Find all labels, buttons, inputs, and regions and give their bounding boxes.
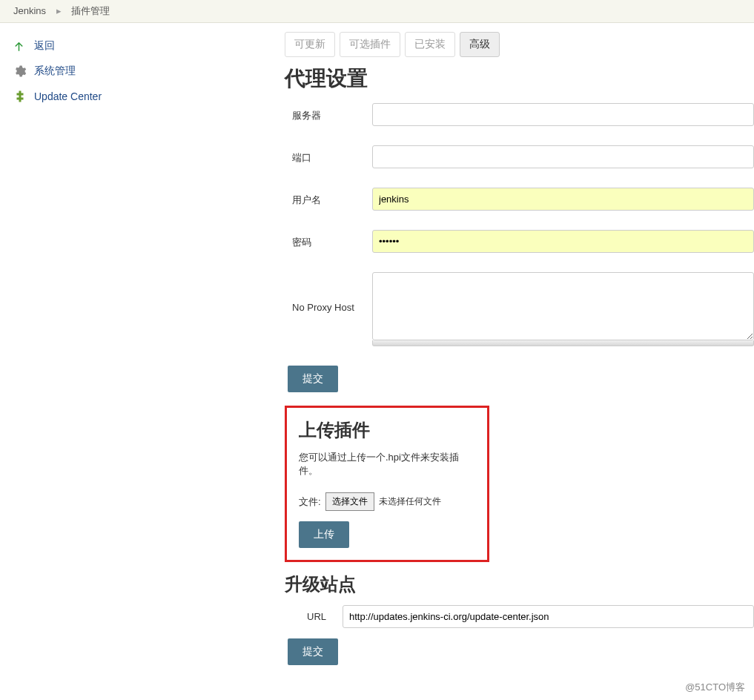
password-input[interactable] <box>372 230 754 253</box>
username-input[interactable] <box>372 188 754 211</box>
upload-title: 上传插件 <box>299 418 475 442</box>
plugin-icon <box>12 89 28 104</box>
chevron-right-icon: ▸ <box>56 5 62 16</box>
sidebar-item-system[interactable]: 系统管理 <box>0 59 282 84</box>
sidebar-item-label: 系统管理 <box>34 65 76 78</box>
file-label: 文件: <box>299 495 321 509</box>
main-content: 可更新 可选插件 已安装 高级 代理设置 服务器 端口 用户名 密码 No Pr… <box>282 23 754 693</box>
site-submit-button[interactable]: 提交 <box>288 638 338 665</box>
password-label: 密码 <box>292 230 372 249</box>
upload-help: 您可以通过上传一个.hpi文件来安装插件。 <box>299 451 475 478</box>
site-title: 升级站点 <box>285 572 754 596</box>
sidebar: 返回 系统管理 Update Center <box>0 23 282 693</box>
breadcrumb-root[interactable]: Jenkins <box>13 5 46 16</box>
url-input[interactable] <box>343 605 754 628</box>
file-status: 未选择任何文件 <box>379 495 441 508</box>
tab-updatable[interactable]: 可更新 <box>285 32 335 57</box>
server-label: 服务器 <box>292 103 372 122</box>
watermark: @51CTO博客 <box>685 681 745 693</box>
gear-icon <box>12 64 28 79</box>
server-input[interactable] <box>372 103 754 126</box>
noproxy-textarea[interactable] <box>372 272 754 340</box>
username-label: 用户名 <box>292 188 372 207</box>
choose-file-button[interactable]: 选择文件 <box>325 492 374 511</box>
breadcrumb: Jenkins ▸ 插件管理 <box>0 0 754 23</box>
upload-section: 上传插件 您可以通过上传一个.hpi文件来安装插件。 文件: 选择文件 未选择任… <box>285 406 489 562</box>
tabs: 可更新 可选插件 已安装 高级 <box>285 32 754 57</box>
tab-available[interactable]: 可选插件 <box>340 32 400 57</box>
url-label: URL <box>307 611 343 622</box>
upload-button[interactable]: 上传 <box>299 521 349 548</box>
sidebar-item-back[interactable]: 返回 <box>0 33 282 59</box>
back-arrow-icon <box>12 39 28 53</box>
port-input[interactable] <box>372 145 754 168</box>
tab-installed[interactable]: 已安装 <box>405 32 455 57</box>
noproxy-label: No Proxy Host <box>292 272 372 313</box>
sidebar-item-update-center[interactable]: Update Center <box>0 84 282 109</box>
proxy-title: 代理设置 <box>285 65 754 93</box>
tab-advanced[interactable]: 高级 <box>460 32 500 57</box>
port-label: 端口 <box>292 145 372 165</box>
proxy-submit-button[interactable]: 提交 <box>288 366 338 392</box>
resize-handle-icon[interactable] <box>372 340 754 346</box>
breadcrumb-current[interactable]: 插件管理 <box>71 5 110 16</box>
sidebar-item-label: 返回 <box>34 39 55 53</box>
sidebar-item-label: Update Center <box>34 90 102 102</box>
